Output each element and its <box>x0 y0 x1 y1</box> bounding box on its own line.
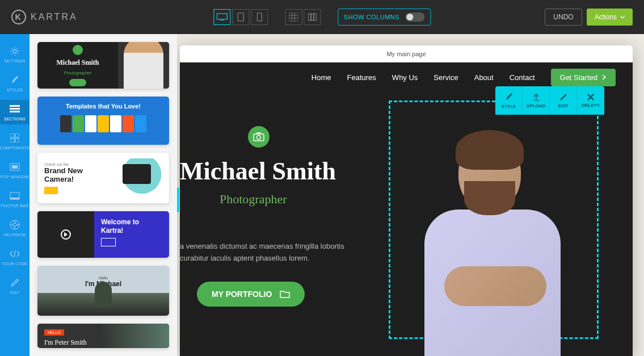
template-card[interactable]: Welcome to Kartra! <box>37 211 169 258</box>
cta-label: Get Started <box>560 73 597 82</box>
svg-rect-4 <box>308 14 310 20</box>
nav-link-about[interactable]: About <box>474 73 494 82</box>
nav-link-whyus[interactable]: Why Us <box>392 73 418 82</box>
svg-rect-5 <box>311 14 313 20</box>
person-illustration <box>101 324 169 348</box>
main: SETTINGS STYLES SECTIONS COMPONENTS POP … <box>0 34 644 356</box>
rail-item-components[interactable]: COMPONENTS <box>0 129 30 153</box>
rail-item-sections[interactable]: SECTIONS <box>0 100 30 124</box>
template-subtitle: Photographer <box>64 70 91 76</box>
svg-rect-13 <box>10 139 14 143</box>
template-button <box>69 79 86 86</box>
hero-subtitle: Photographer <box>220 192 367 207</box>
svg-point-20 <box>13 223 16 227</box>
nav-link-home[interactable]: Home <box>312 73 331 82</box>
rail-label: FOOTER BAR <box>1 204 29 208</box>
rail-label: HELPDESK <box>3 233 26 237</box>
toggle-switch[interactable] <box>405 12 424 22</box>
template-title: Michael Smith <box>57 58 99 67</box>
template-title: I'm Peter Smith <box>44 338 87 347</box>
svg-rect-0 <box>217 14 227 19</box>
portfolio-button[interactable]: MY PORTFOLIO <box>197 282 305 307</box>
brand-logo[interactable]: K KARTRA <box>11 10 78 24</box>
rail-item-styles[interactable]: STYLES <box>0 71 30 95</box>
mobile-icon[interactable] <box>251 9 268 25</box>
play-icon <box>61 229 71 240</box>
camera-icon <box>73 45 83 55</box>
code-icon <box>9 248 20 259</box>
svg-rect-1 <box>220 20 224 20</box>
svg-rect-9 <box>10 108 20 110</box>
show-columns-toggle[interactable]: SHOW COLUMNS <box>338 9 431 26</box>
svg-rect-10 <box>10 111 20 112</box>
person-illustration <box>124 42 163 89</box>
rail-item-footer[interactable]: FOOTER BAR <box>0 187 30 211</box>
person-photo <box>402 127 583 356</box>
nav-link-service[interactable]: Service <box>433 73 458 82</box>
hero-description: a venenatis dictumst ac maecenas fringil… <box>180 241 367 265</box>
grid-icon[interactable] <box>285 9 302 25</box>
button-label: MY PORTFOLIO <box>212 290 272 299</box>
rail-item-code[interactable]: YOUR CODE <box>0 245 30 269</box>
svg-rect-12 <box>15 133 19 137</box>
template-card[interactable]: Michael SmithPhotographer <box>37 42 169 89</box>
columns-icon[interactable] <box>304 9 321 25</box>
close-icon <box>587 93 595 101</box>
actions-button[interactable]: Actions <box>587 9 633 26</box>
topbar-right: UNDO Actions <box>545 9 633 26</box>
hero-image-block: STYLE UPLOAD EDIT DELETE <box>378 126 633 356</box>
svg-point-7 <box>13 49 16 53</box>
svg-rect-8 <box>10 105 20 107</box>
brush-icon <box>9 74 20 86</box>
rail-label: POP WINDOW <box>1 175 29 179</box>
nav-link-features[interactable]: Features <box>347 73 376 82</box>
template-title: Templates that You Love! <box>66 102 141 110</box>
selection-outline[interactable] <box>389 100 599 339</box>
chevron-down-icon <box>620 16 625 19</box>
svg-rect-16 <box>12 165 18 169</box>
get-started-button[interactable]: Get Started <box>551 69 616 86</box>
rail-item-helpdesk[interactable]: HELPDESK <box>0 216 30 240</box>
rail-label: SETTINGS <box>4 59 25 63</box>
topbar: K KARTRA SHOW COLUMNS UNDO Actions <box>0 0 644 34</box>
svg-rect-3 <box>257 13 262 21</box>
undo-button[interactable]: UNDO <box>545 9 582 26</box>
rail-item-settings[interactable]: SETTINGS <box>0 42 30 66</box>
lifebuoy-icon <box>9 219 20 231</box>
svg-rect-6 <box>314 14 316 20</box>
popup-icon <box>9 161 20 173</box>
rail-label: STYLES <box>7 88 23 92</box>
template-subtitle: Check out the <box>44 162 111 166</box>
template-subtitle: Hello <box>99 276 108 280</box>
left-rail: SETTINGS STYLES SECTIONS COMPONENTS POP … <box>0 34 30 356</box>
page-content[interactable]: Home Features Why Us Service About Conta… <box>180 62 633 356</box>
rail-label: COMPONENTS <box>0 146 30 150</box>
rail-item-edit[interactable]: EDIT <box>0 274 30 298</box>
camera-icon <box>248 126 270 148</box>
template-title: Brand New Camera! <box>44 166 111 183</box>
actions-label: Actions <box>595 13 617 21</box>
template-card[interactable]: Check out theBrand New Camera! <box>37 153 169 203</box>
rail-item-popup[interactable]: POP WINDOW <box>0 158 30 182</box>
desktop-icon[interactable] <box>213 9 230 25</box>
nav-link-contact[interactable]: Contact <box>510 73 535 82</box>
svg-rect-14 <box>15 139 19 143</box>
svg-point-22 <box>257 136 261 140</box>
chevron-right-icon <box>602 74 607 80</box>
svg-rect-11 <box>10 133 14 137</box>
gear-icon <box>9 45 20 57</box>
template-card[interactable]: HELLO I'm Peter Smith <box>37 324 169 348</box>
template-card[interactable]: Hello I'm Michael <box>37 266 169 315</box>
page-window: My main page Home Features Why Us Servic… <box>180 45 633 356</box>
tablet-icon[interactable] <box>232 9 249 25</box>
person-illustration <box>95 282 112 307</box>
template-card[interactable]: Templates that You Love! <box>37 97 169 145</box>
template-badge: HELLO <box>44 329 64 336</box>
canvas-area: My main page Home Features Why Us Servic… <box>177 34 644 356</box>
drag-handle[interactable] <box>177 187 179 212</box>
layout-switcher <box>285 9 321 25</box>
template-button <box>101 238 116 246</box>
topbar-center: SHOW COLUMNS <box>213 9 431 26</box>
logo-mark-icon: K <box>11 10 26 24</box>
rail-label: YOUR CODE <box>2 262 27 266</box>
